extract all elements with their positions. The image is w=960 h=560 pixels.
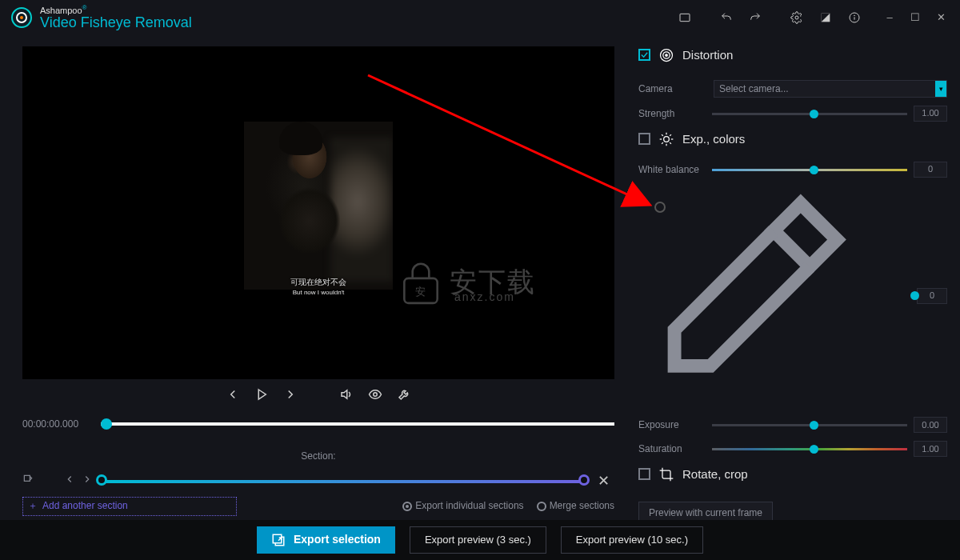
video-frame-image <box>244 122 393 290</box>
svg-marker-10 <box>258 390 266 399</box>
exposure-slider[interactable] <box>712 424 907 426</box>
svg-marker-11 <box>342 390 347 399</box>
crop-icon <box>658 466 674 482</box>
section-prev-button[interactable] <box>64 474 75 489</box>
export-preview-3-button[interactable]: Export preview (3 sec.) <box>410 526 546 554</box>
svg-point-1 <box>795 16 798 19</box>
redo-button[interactable] <box>741 3 770 32</box>
subtitle-cn: 可现在绝对不会 <box>244 277 393 288</box>
redo-icon <box>749 11 762 24</box>
chevron-right-icon <box>82 474 93 485</box>
folder-icon <box>678 11 691 24</box>
camera-select[interactable]: Select camera... ▾ <box>714 80 947 98</box>
svg-text:安: 安 <box>416 286 426 298</box>
next-frame-button[interactable] <box>283 387 298 406</box>
chevron-left-icon <box>64 474 75 485</box>
saturation-slider[interactable] <box>712 448 907 450</box>
panel-distortion-header[interactable]: Distortion <box>632 46 952 63</box>
theme-button[interactable] <box>811 3 840 32</box>
play-icon <box>254 387 269 402</box>
svg-point-16 <box>666 54 668 56</box>
preview-current-frame-label: Preview with current frame <box>649 506 762 520</box>
preview-toggle-button[interactable] <box>368 387 382 406</box>
undo-button[interactable] <box>712 3 741 32</box>
section-start-handle[interactable] <box>96 474 107 486</box>
add-section-button[interactable]: ＋ Add another section <box>22 497 237 516</box>
export-preview-10-button[interactable]: Export preview (10 sec.) <box>561 526 703 554</box>
svg-rect-0 <box>680 14 690 21</box>
contrast-icon <box>819 11 832 24</box>
info-button[interactable] <box>840 3 869 32</box>
play-button[interactable] <box>254 387 269 406</box>
panel-rotate-header[interactable]: Rotate, crop <box>632 466 952 482</box>
close-button[interactable]: ✕ <box>928 3 954 32</box>
subtitles: 可现在绝对不会 But now I wouldn't <box>244 276 393 298</box>
title-bar: Ashampoo® Video Fisheye Removal – ☐ ✕ <box>0 0 960 35</box>
camera-label: Camera <box>638 82 706 96</box>
timeline-handle[interactable] <box>101 418 112 430</box>
tools-button[interactable] <box>397 387 411 406</box>
section-next-button[interactable] <box>82 474 93 489</box>
bracket-out-icon <box>22 474 34 485</box>
gear-icon <box>790 11 803 24</box>
section-out-button[interactable] <box>22 474 34 489</box>
watermark-en: anxz.com <box>454 290 515 306</box>
svg-point-17 <box>664 136 670 142</box>
minimize-button[interactable]: – <box>877 3 902 32</box>
exposure-label: Exposure <box>638 418 706 432</box>
merge-sections-radio[interactable]: Merge sections <box>537 499 614 513</box>
distortion-checkbox[interactable] <box>638 49 650 61</box>
open-file-button[interactable] <box>670 3 699 32</box>
strength-slider[interactable] <box>712 113 907 115</box>
section-end-handle[interactable] <box>578 474 590 486</box>
export-preview-3-label: Export preview (3 sec.) <box>425 533 531 547</box>
svg-line-25 <box>670 134 671 136</box>
wb-value[interactable]: 0 <box>914 162 947 178</box>
wb-label: White balance <box>638 163 706 177</box>
panel-colors-header[interactable]: Exp., colors <box>632 130 952 147</box>
plus-icon: ＋ <box>28 499 38 513</box>
svg-line-24 <box>662 142 663 144</box>
subtitle-en: But now I wouldn't <box>244 288 393 297</box>
eyedropper-icon <box>638 186 854 402</box>
saturation-value[interactable]: 1.00 <box>914 441 947 457</box>
lock-icon: 安 <box>398 258 443 307</box>
chevron-left-icon <box>226 387 240 402</box>
saturation-label: Saturation <box>638 442 706 456</box>
volume-button[interactable] <box>339 387 354 406</box>
footer: Export selection Export preview (3 sec.)… <box>0 520 960 560</box>
add-section-label: Add another section <box>42 499 128 513</box>
export-selection-button[interactable]: Export selection <box>257 526 395 554</box>
video-preview: 可现在绝对不会 But now I wouldn't 安 安下载 anxz.co… <box>22 46 614 379</box>
export-selection-label: Export selection <box>294 532 381 548</box>
export-individual-radio[interactable]: Export individual sections <box>402 499 523 513</box>
sun-icon <box>658 131 674 147</box>
volume-icon <box>339 387 354 402</box>
section-remove-button[interactable]: ✕ <box>593 471 614 491</box>
timeline-scrubber[interactable] <box>101 422 614 426</box>
maximize-button[interactable]: ☐ <box>902 3 928 32</box>
wb-slider[interactable] <box>712 169 907 171</box>
preview-current-frame-button[interactable]: Preview with current frame <box>638 502 773 520</box>
rotate-title: Rotate, crop <box>682 466 748 482</box>
prev-frame-button[interactable] <box>226 387 240 406</box>
settings-button[interactable] <box>782 3 811 32</box>
app-logo-icon <box>11 7 32 28</box>
export-individual-label: Export individual sections <box>415 500 523 511</box>
svg-rect-13 <box>24 476 30 482</box>
svg-point-6 <box>854 15 855 16</box>
undo-icon <box>720 11 733 24</box>
tint-value[interactable]: 0 <box>917 288 947 304</box>
exposure-value[interactable]: 0.00 <box>914 417 947 433</box>
svg-line-22 <box>662 134 663 136</box>
eyedropper-button[interactable] <box>638 393 854 404</box>
video-frame: 可现在绝对不会 But now I wouldn't <box>244 80 393 346</box>
colors-checkbox[interactable] <box>638 133 650 145</box>
app-brand: Ashampoo® Video Fisheye Removal <box>40 5 192 30</box>
strength-value[interactable]: 1.00 <box>914 106 947 122</box>
info-icon <box>848 11 861 24</box>
section-range[interactable] <box>101 480 585 483</box>
timecode: 00:00:00.000 <box>22 418 90 431</box>
rotate-checkbox[interactable] <box>638 468 650 480</box>
svg-point-12 <box>374 393 378 397</box>
